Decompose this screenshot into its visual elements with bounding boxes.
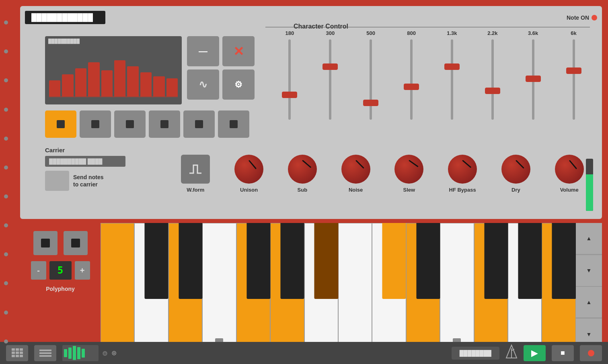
slider-col-180: 180 — [269, 30, 310, 120]
scroll-up-1[interactable]: ▲ — [576, 223, 602, 255]
pad-4[interactable] — [149, 110, 180, 138]
white-key-7[interactable] — [338, 223, 372, 350]
pad-3[interactable] — [114, 110, 146, 138]
slew-label: Slew — [403, 187, 415, 193]
unison-knob[interactable] — [234, 155, 263, 184]
side-dot — [4, 20, 8, 25]
unison-col: Unison — [224, 155, 274, 193]
slider-track-500[interactable] — [370, 39, 372, 120]
noise-knob[interactable] — [341, 155, 370, 184]
send-notes-label: Send notesto carrier — [73, 174, 103, 188]
polyphony-decrease[interactable]: - — [31, 261, 46, 280]
carrier-display[interactable]: ██████████ ████ — [45, 156, 125, 167]
piano-button-1[interactable] — [33, 231, 58, 255]
wform-label: W.form — [187, 187, 204, 193]
white-key-3[interactable] — [202, 223, 236, 350]
note-on-label: Note ON — [567, 14, 589, 21]
svg-rect-5 — [20, 352, 23, 354]
spectrum-bar — [62, 74, 73, 96]
side-dot — [4, 252, 8, 256]
dry-knob[interactable] — [501, 155, 530, 184]
play-button[interactable]: ▶ — [524, 345, 546, 361]
preset-name[interactable]: ████████████ — [25, 11, 105, 24]
black-key-0[interactable] — [145, 223, 168, 299]
side-dot — [4, 194, 8, 198]
pad-6[interactable] — [218, 110, 249, 138]
slider-track-1.3k[interactable] — [451, 39, 453, 120]
black-key-3[interactable] — [280, 223, 304, 299]
volume-fill — [586, 174, 593, 211]
record-button[interactable] — [580, 345, 602, 361]
slider-thumb-500[interactable] — [363, 100, 378, 106]
slider-track-300[interactable] — [329, 39, 331, 120]
pad-2[interactable] — [80, 110, 111, 138]
character-control-line — [265, 27, 590, 27]
slider-freq-label-500: 500 — [366, 30, 375, 36]
spectrum-bar — [127, 66, 138, 96]
dash-button[interactable]: — — [187, 36, 219, 66]
piano-keyboard — [101, 223, 576, 350]
spectrum-bar — [101, 70, 113, 96]
slider-thumb-800[interactable] — [404, 84, 419, 90]
black-key-8[interactable] — [518, 223, 542, 299]
spectrum-bar — [49, 80, 60, 96]
send-notes-button[interactable] — [45, 171, 69, 191]
piano-button-2[interactable] — [64, 231, 88, 255]
sub-knob[interactable] — [288, 155, 317, 184]
slider-thumb-1.3k[interactable] — [444, 63, 460, 70]
scroll-down-1[interactable]: ▼ — [576, 255, 602, 286]
slider-thumb-6k[interactable] — [566, 67, 581, 74]
black-key-9[interactable] — [552, 223, 576, 299]
slider-track-3.6k[interactable] — [532, 39, 534, 120]
stop-button[interactable]: ■ — [552, 345, 574, 361]
side-dot — [4, 166, 8, 170]
spectrum-bars — [49, 56, 178, 96]
svg-rect-10 — [39, 352, 51, 354]
slider-freq-label-180: 180 — [286, 30, 294, 36]
slew-knob[interactable] — [394, 155, 423, 184]
black-key-1[interactable] — [179, 223, 202, 299]
gear-button[interactable]: ⚙ — [222, 70, 255, 100]
center-button[interactable]: ████████ — [452, 347, 499, 360]
slider-track-800[interactable] — [410, 39, 413, 120]
pad-5[interactable] — [183, 110, 215, 138]
black-key-7[interactable] — [484, 223, 508, 299]
black-key-4[interactable] — [314, 223, 338, 299]
hf-bypass-knob[interactable] — [448, 155, 477, 184]
slider-track-6k[interactable] — [573, 39, 575, 120]
slider-track-180[interactable] — [288, 39, 291, 120]
polyphony-increase[interactable]: + — [75, 261, 90, 280]
svg-rect-11 — [39, 355, 51, 357]
menu-button[interactable] — [34, 345, 56, 361]
wave-button[interactable]: ∿ — [187, 70, 219, 100]
volume-knob[interactable] — [555, 155, 584, 184]
white-key-10[interactable] — [440, 223, 474, 350]
slider-thumb-180[interactable] — [282, 92, 297, 98]
slider-col-1.3k: 1.3k — [432, 30, 472, 120]
slider-thumb-2.2k[interactable] — [485, 88, 500, 94]
wform-col: W.form — [171, 155, 220, 193]
svg-rect-2 — [20, 348, 23, 351]
pad-1[interactable] — [45, 110, 76, 138]
svg-rect-7 — [16, 355, 19, 357]
black-key-5[interactable] — [382, 223, 406, 299]
bottom-toolbar: ⌾ ⊛ ████████ ▶ ■ — [0, 342, 608, 364]
black-key-2[interactable] — [246, 223, 270, 299]
knobs-row: W.form Unison Sub Noise — [171, 155, 594, 193]
svg-rect-1 — [16, 348, 19, 351]
slider-track-2.2k[interactable] — [491, 39, 494, 120]
sub-col: Sub — [278, 155, 327, 193]
wform-button[interactable] — [181, 155, 210, 184]
spectrum-bar — [75, 68, 86, 96]
black-key-6[interactable] — [416, 223, 440, 299]
slider-thumb-300[interactable] — [322, 63, 338, 70]
white-key-0[interactable] — [101, 223, 134, 350]
slider-thumb-3.6k[interactable] — [526, 76, 541, 82]
side-dot — [4, 281, 8, 285]
slider-col-800: 800 — [391, 30, 432, 120]
side-dot — [4, 49, 8, 53]
close-button[interactable]: ✕ — [222, 36, 255, 66]
slider-freq-label-1.3k: 1.3k — [447, 30, 457, 36]
scroll-up-2[interactable]: ▲ — [576, 287, 602, 319]
metronome-icon[interactable] — [505, 344, 518, 362]
